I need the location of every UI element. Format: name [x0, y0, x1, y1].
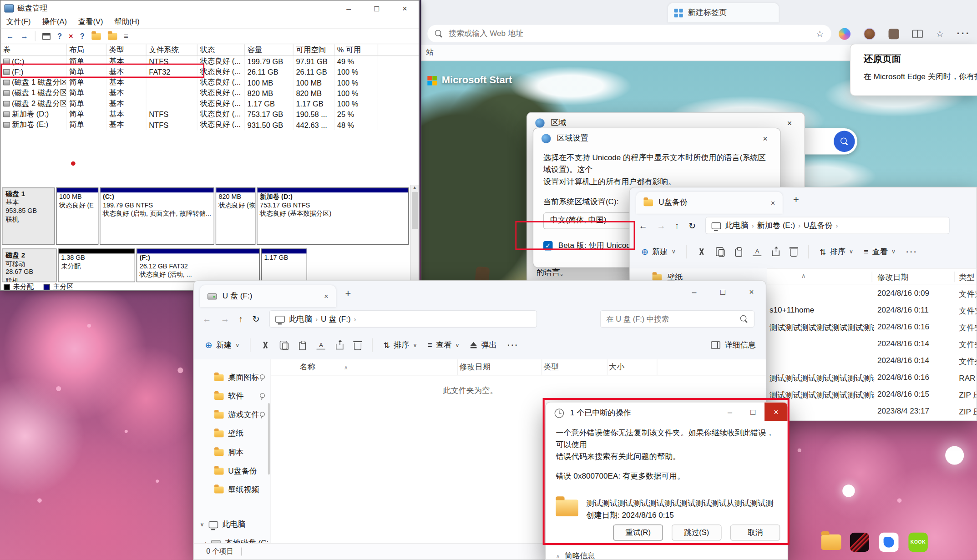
tab-close-icon[interactable]: × — [324, 292, 329, 300]
volume-row[interactable]: (C:)简单基本NTFS状态良好 (...199.79 GB97.91 GB49… — [0, 56, 419, 66]
maximize-button[interactable]: □ — [741, 403, 764, 421]
file-row[interactable]: 测试测试测试测试测试测试测试...2024/8/16 0:16文件夹 — [767, 319, 977, 336]
delete-icon[interactable] — [790, 249, 798, 257]
dm-volume-header[interactable]: 卷布局类型文件系统状态容量可用空间% 可用 — [0, 44, 419, 56]
dm-scrollbar[interactable]: ▲ — [410, 185, 419, 290]
forward-icon[interactable]: → — [221, 314, 229, 324]
close-button[interactable]: × — [737, 281, 766, 303]
folder-open-icon[interactable] — [107, 33, 117, 40]
edge-tab-newtab[interactable]: 新建标签页 — [668, 3, 779, 22]
sidebar-item[interactable]: 桌面图标 — [194, 368, 270, 387]
list-view-icon[interactable]: ≡ — [124, 32, 128, 40]
sidebar-scrollbar[interactable] — [268, 403, 270, 474]
delete-icon[interactable]: × — [69, 32, 73, 40]
sidebar-item-this-pc[interactable]: ∨ 此电脑 — [194, 515, 270, 534]
share-icon[interactable] — [336, 344, 343, 349]
taskbar-kook-icon[interactable]: KOOK — [908, 533, 927, 552]
cut-icon[interactable] — [261, 341, 269, 349]
breadcrumb-item[interactable]: U盘备份 — [802, 220, 835, 231]
details-expander[interactable]: ∧ 简略信息 — [556, 550, 595, 560]
minimize-button[interactable]: – — [680, 281, 709, 303]
profile-avatar[interactable] — [864, 28, 876, 40]
column-header-5[interactable]: 容量 — [245, 44, 294, 55]
folder-icon[interactable] — [91, 33, 101, 40]
explorer-backup-titlebar[interactable]: U盘备份 × + — [630, 187, 976, 214]
search-box[interactable] — [600, 310, 755, 328]
disk-partition[interactable]: 100 MB状态良好 (E — [56, 187, 98, 245]
breadcrumb-item[interactable]: U 盘 (F:) — [319, 313, 353, 324]
volume-row[interactable]: (F:)简单基本FAT32状态良好 (...26.11 GB26.11 GB10… — [0, 67, 419, 77]
minimize-button[interactable]: – — [719, 403, 742, 421]
breadcrumb-item[interactable]: 此电脑 — [287, 313, 314, 324]
more-icon[interactable]: ··· — [507, 341, 519, 349]
close-icon[interactable]: × — [780, 116, 800, 130]
column-header-7[interactable]: % 可用 — [334, 44, 378, 55]
console-icon[interactable] — [42, 33, 51, 40]
copy-icon[interactable] — [719, 249, 725, 256]
details-pane-button[interactable]: 详细信息 — [711, 340, 756, 350]
minimize-button[interactable]: – — [334, 0, 363, 16]
skip-button[interactable]: 跳过(S) — [672, 525, 722, 541]
close-button[interactable]: × — [391, 0, 419, 16]
close-button[interactable]: × — [764, 403, 788, 421]
back-icon[interactable]: ← — [638, 221, 647, 231]
file-row[interactable]: 2024/8/16 0:14文件夹 — [767, 353, 977, 369]
sidebar-item[interactable]: U盘备份 — [194, 462, 270, 480]
favorite-add-icon[interactable]: ☆ — [816, 29, 824, 39]
eject-button[interactable]: 弹出 — [470, 340, 497, 350]
rename-icon[interactable] — [753, 247, 762, 256]
column-type[interactable]: 类型 — [959, 272, 974, 283]
close-icon[interactable]: × — [755, 131, 775, 146]
favorites-fragment[interactable]: 站 — [426, 47, 434, 58]
column-header[interactable]: 大小 — [607, 359, 658, 375]
taskbar-game-icon[interactable] — [850, 533, 869, 552]
edge-address-bar[interactable]: ☆ — [427, 25, 831, 42]
up-icon[interactable]: ↑ — [238, 314, 243, 324]
menu-item-2[interactable]: 查看(V) — [72, 17, 108, 27]
sidebar-item[interactable]: 游戏文件 — [194, 405, 270, 424]
taskbar-app-icon[interactable] — [879, 533, 898, 552]
maximize-button[interactable]: □ — [709, 281, 737, 303]
disk-partition[interactable]: 1.17 GB — [261, 248, 307, 282]
sidebar-item[interactable]: 脚本 — [194, 443, 270, 462]
copilot-icon[interactable] — [839, 28, 850, 40]
address-bar[interactable]: 此电脑›新加卷 (E:)›U盘备份› — [705, 217, 950, 234]
column-header-3[interactable]: 文件系统 — [147, 44, 197, 55]
disk1-label[interactable]: 磁盘 1 基本 953.85 GB 联机 — [2, 187, 55, 245]
sidebar-item[interactable]: 软件 — [194, 387, 270, 405]
column-header[interactable]: 修改日期 — [458, 359, 542, 375]
cancel-button[interactable]: 取消 — [730, 525, 780, 541]
paste-icon[interactable] — [735, 248, 742, 257]
volume-row[interactable]: (磁盘 1 磁盘分区 1)简单基本状态良好 (...100 MB100 MB10… — [0, 77, 419, 88]
breadcrumb-item[interactable]: 此电脑 — [723, 220, 750, 231]
new-button[interactable]: ⊕ 新建 ∨ — [641, 247, 676, 257]
file-row[interactable]: 2023/8/4 23:17ZIP 压... — [767, 403, 977, 420]
extension-icon[interactable] — [889, 28, 899, 39]
disk2-label[interactable]: 磁盘 2 可移动 28.67 GB 联机 — [2, 248, 56, 282]
bing-search-button[interactable] — [834, 131, 855, 152]
column-header[interactable]: 类型 — [542, 359, 607, 375]
explorer-backup-tab[interactable]: U盘备份 × — [636, 192, 783, 214]
split-screen-icon[interactable] — [912, 30, 923, 38]
maximize-button[interactable]: □ — [363, 0, 391, 16]
file-row[interactable]: 2024/8/16 0:09文件夹 — [767, 285, 977, 302]
new-button[interactable]: ⊕ 新建 ∨ — [205, 340, 239, 350]
breadcrumb-item[interactable]: 新加卷 (E:) — [755, 220, 797, 231]
search-input[interactable] — [606, 314, 735, 323]
address-bar[interactable]: 此电脑›U 盘 (F:)› — [269, 310, 537, 328]
explorer-f-titlebar[interactable]: U 盘 (F:) × + – □ × — [194, 281, 766, 308]
edge-address-input[interactable] — [449, 29, 810, 38]
back-icon[interactable]: ← — [202, 314, 211, 324]
new-tab-button[interactable]: + — [345, 288, 351, 299]
disk-partition[interactable]: (F:)26.12 GB FAT32状态良好 (活动, ... — [137, 248, 260, 282]
column-header-6[interactable]: 可用空间 — [294, 44, 334, 55]
help-doc-icon[interactable]: ? — [57, 32, 62, 40]
file-row[interactable]: 测试测试测试测试测试测试测试测...2024/8/16 0:16RAR 文... — [767, 369, 977, 386]
volume-row[interactable]: (磁盘 2 磁盘分区 2)简单基本状态良好 (...1.17 GB1.17 GB… — [0, 98, 419, 109]
column-header-2[interactable]: 类型 — [106, 44, 147, 55]
sort-button[interactable]: ⇅ 排序 ∨ — [820, 247, 853, 257]
paste-icon[interactable] — [299, 342, 306, 350]
menu-item-0[interactable]: 文件(F) — [0, 17, 36, 27]
column-header-4[interactable]: 状态 — [197, 44, 245, 55]
tab-close-icon[interactable]: × — [771, 198, 775, 207]
